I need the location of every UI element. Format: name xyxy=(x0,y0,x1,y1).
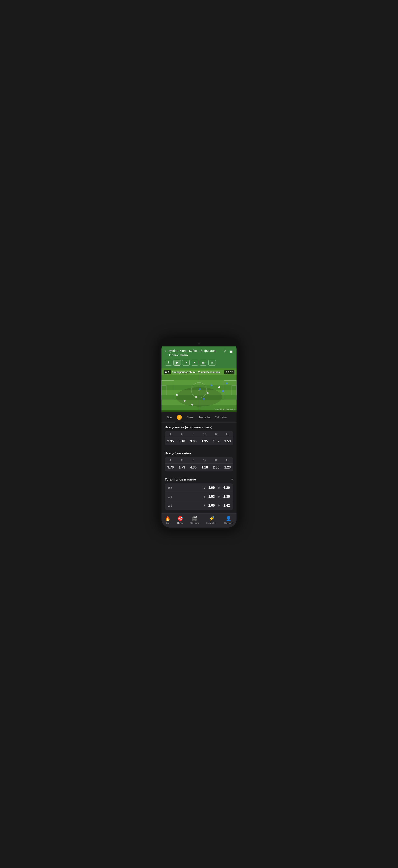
title-line1: Футбол. Чили. Кубок. 1/2 финала. xyxy=(168,349,216,352)
fh-odds-1x[interactable]: 1.18 xyxy=(199,466,210,469)
odds-12[interactable]: 1.32 xyxy=(210,439,222,443)
total-b-label-2: Б xyxy=(204,504,206,507)
flame-icon: 🔥 xyxy=(165,516,171,521)
first-half-header-row: 1 X 2 1X 12 X2 xyxy=(165,457,233,464)
fh-odds-12[interactable]: 2.00 xyxy=(210,466,222,469)
content-area: Все ⚡ Матч 1-й тайм 2-й тайм Исход мат xyxy=(161,412,237,528)
bets-icon: 🎬 xyxy=(192,516,197,521)
header-top-row: ‹ Футбол. Чили. Кубок. 1/2 финала. Первы… xyxy=(165,348,233,357)
video-field: 0:0 Универсидад Чили – Унион Эспаньола 2… xyxy=(161,368,237,412)
video-watermark: #UCHvsUExTNTSports xyxy=(215,408,235,410)
tab-first-half[interactable]: 1-й тайм xyxy=(196,413,212,422)
toolbar-info[interactable]: ℹ xyxy=(165,360,172,366)
total-row-2: 2.5 Б 2.65 М 1.42 xyxy=(165,501,233,510)
fh-header-1: 1 xyxy=(165,459,176,462)
total-b-odds-0[interactable]: 1.09 xyxy=(207,486,215,490)
tab-all[interactable]: Все xyxy=(165,413,174,422)
lightning-wrap: ⚡ xyxy=(209,516,215,521)
first-half-table: 1 X 2 1X 12 X2 3.70 1.73 4.30 1.18 2.00 … xyxy=(165,457,233,471)
settings-button[interactable]: ▣ xyxy=(229,349,233,354)
fh-odds-x2[interactable]: 1.23 xyxy=(222,466,233,469)
tab-lightning[interactable]: ⚡ xyxy=(175,412,184,422)
total-row-0: 0.5 Б 1.09 М 6.20 xyxy=(165,484,233,492)
total-m-odds-2[interactable]: 1.42 xyxy=(222,504,230,507)
toolbar-grid[interactable]: ⊟ xyxy=(208,360,216,366)
nav-profile[interactable]: 👤 Профиль xyxy=(222,515,235,525)
svg-point-20 xyxy=(222,390,224,392)
first-half-title: Исход 1-го тайма xyxy=(165,452,233,455)
total-b-label-1: Б xyxy=(204,495,206,498)
favorite-button[interactable]: ☆ xyxy=(223,348,227,354)
match-outcome-table: 1 X 2 1X 12 X2 2.35 3.10 3.00 1.35 1.32 … xyxy=(165,431,233,445)
total-m-odds-1[interactable]: 2.35 xyxy=(222,495,230,499)
odds-x2[interactable]: 1.53 xyxy=(222,439,233,443)
score-display: 0:0 Универсидад Чили – Унион Эспаньола xyxy=(163,370,220,374)
tab-second-half[interactable]: 2-й тайм xyxy=(213,413,229,422)
total-m-label-2: М xyxy=(218,504,220,507)
back-button[interactable]: ‹ xyxy=(165,349,166,353)
total-m-label-0: М xyxy=(218,486,220,489)
toolbar-chart[interactable]: ▦ xyxy=(200,360,207,366)
total-goals-icon[interactable]: ≡ xyxy=(231,477,233,482)
phone-notch xyxy=(161,341,237,346)
score-badge: 0:0 xyxy=(163,370,171,374)
total-val-2: 2.5 xyxy=(168,504,176,507)
odds-1x[interactable]: 1.35 xyxy=(199,439,210,443)
total-goals-title: Тотал голов в матче ≡ xyxy=(165,477,233,482)
sport-icon: 🎯 xyxy=(178,516,183,521)
odds-1[interactable]: 2.35 xyxy=(165,439,176,443)
nav-247-label: Ставки 24/7 xyxy=(206,522,217,524)
header-x: X xyxy=(176,433,188,436)
bottom-navigation: 🔥 Топ 🎯 Спорт 🎬 Мои пари ⚡ Ставки 24 xyxy=(161,513,237,528)
nav-bets-247[interactable]: ⚡ Ставки 24/7 xyxy=(204,515,219,525)
fh-odds-1[interactable]: 3.70 xyxy=(165,466,176,469)
app-header: ‹ Футбол. Чили. Кубок. 1/2 финала. Первы… xyxy=(161,346,237,368)
header-action-icons: ☆ ▣ xyxy=(223,348,233,354)
nav-profile-label: Профиль xyxy=(224,522,233,524)
match-outcome-section: Исход матча (основное время) 1 X 2 1X 12… xyxy=(161,423,237,445)
total-m-odds-0[interactable]: 6.20 xyxy=(222,486,230,490)
notification-dot xyxy=(213,516,214,518)
odds-x[interactable]: 3.10 xyxy=(176,439,188,443)
nav-my-bets[interactable]: 🎬 Мои пари xyxy=(188,515,201,525)
video-player[interactable]: 0:0 Универсидад Чили – Унион Эспаньола 2… xyxy=(161,368,237,412)
nav-sport-label: Спорт xyxy=(177,522,183,524)
nav-top[interactable]: 🔥 Топ xyxy=(163,515,172,525)
phone-container: ‹ Футбол. Чили. Кубок. 1/2 финала. Первы… xyxy=(159,338,239,530)
time-badge: 23:32 xyxy=(224,370,235,374)
profile-icon: 👤 xyxy=(226,516,231,521)
odds-2[interactable]: 3.00 xyxy=(188,439,199,443)
fh-odds-x[interactable]: 1.73 xyxy=(176,466,188,469)
total-m-label-1: М xyxy=(218,495,220,498)
fh-header-2: 2 xyxy=(188,459,199,462)
header-2: 2 xyxy=(188,433,199,436)
svg-point-19 xyxy=(211,384,212,386)
toolbar-video[interactable]: ▶ xyxy=(174,360,181,366)
total-b-odds-2[interactable]: 2.65 xyxy=(207,504,215,507)
svg-point-15 xyxy=(218,386,220,388)
toolbar-live[interactable]: ⟳ xyxy=(182,360,190,366)
fh-odds-2[interactable]: 4.30 xyxy=(188,466,199,469)
svg-point-22 xyxy=(226,382,228,384)
first-half-section: Исход 1-го тайма 1 X 2 1X 12 X2 3.70 1.7… xyxy=(161,448,237,471)
camera-dot xyxy=(198,343,200,345)
odds-header-row: 1 X 2 1X 12 X2 xyxy=(165,431,233,437)
total-val-1: 1.5 xyxy=(168,495,176,498)
total-goals-table: 0.5 Б 1.09 М 6.20 1.5 Б 1.53 М 2. xyxy=(165,484,233,510)
title-line2: Первые матчи xyxy=(168,353,188,357)
toolbar: ℹ ▶ ⟳ ≡ ▦ ⊟ xyxy=(165,360,233,366)
fh-header-1x: 1X xyxy=(199,459,210,462)
header-12: 12 xyxy=(210,433,222,436)
video-overlay: 0:0 Универсидад Чили – Унион Эспаньола 2… xyxy=(163,370,235,374)
tab-match[interactable]: Матч xyxy=(185,413,196,422)
header-x2: X2 xyxy=(222,433,233,436)
nav-sport[interactable]: 🎯 Спорт xyxy=(176,515,185,525)
total-goals-section: Тотал голов в матче ≡ 0.5 Б 1.09 М 6.20 xyxy=(161,475,237,510)
total-b-label-0: Б xyxy=(204,486,206,489)
toolbar-list[interactable]: ≡ xyxy=(191,360,198,366)
total-b-odds-1[interactable]: 1.53 xyxy=(207,495,215,499)
odds-values-row: 2.35 3.10 3.00 1.35 1.32 1.53 xyxy=(165,437,233,445)
nav-bets-label: Мои пари xyxy=(190,522,199,524)
header-left: ‹ Футбол. Чили. Кубок. 1/2 финала. Первы… xyxy=(165,348,223,357)
match-outcome-title: Исход матча (основное время) xyxy=(165,425,233,429)
